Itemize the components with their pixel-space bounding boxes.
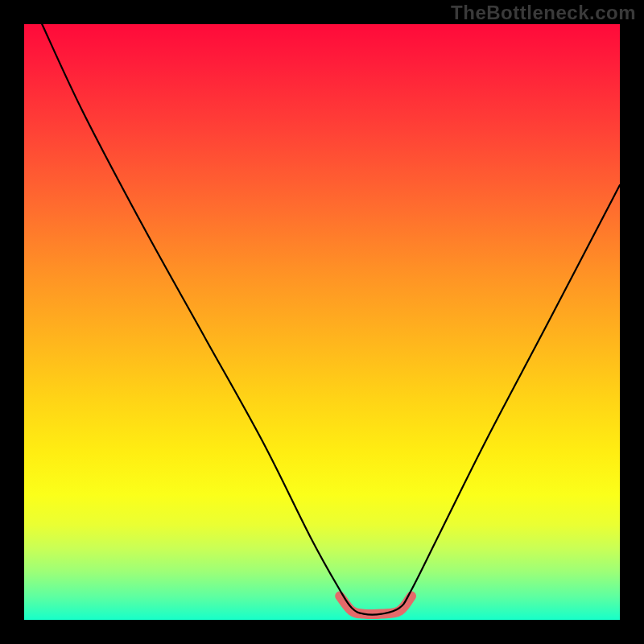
curve-layer xyxy=(24,24,620,620)
watermark-text: TheBottleneck.com xyxy=(451,2,636,24)
bottleneck-curve xyxy=(42,24,620,615)
plot-area xyxy=(24,24,620,620)
chart-frame: TheBottleneck.com xyxy=(0,0,644,644)
optimal-range-highlight xyxy=(340,596,411,614)
